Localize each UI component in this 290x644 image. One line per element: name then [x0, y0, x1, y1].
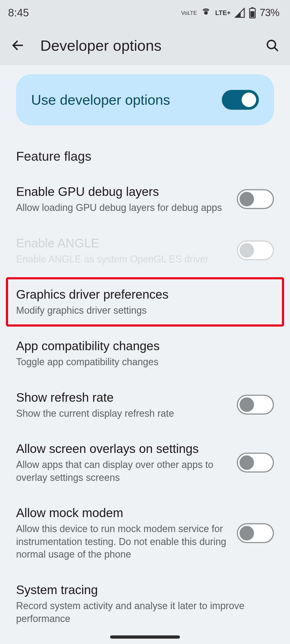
row-title: Allow screen overlays on settings — [16, 441, 229, 456]
row-subtitle: Record system activity and analyse it la… — [16, 599, 274, 625]
section-feature-flags: Feature flags — [0, 136, 290, 173]
row-title: Show refresh rate — [16, 390, 229, 405]
lte-icon: LTE+ — [215, 9, 231, 17]
svg-point-0 — [205, 12, 207, 14]
toggle-refresh-rate[interactable] — [237, 395, 274, 415]
toggle-screen-overlays[interactable] — [237, 453, 274, 473]
master-toggle-label: Use developer options — [31, 92, 170, 108]
page-title: Developer options — [40, 37, 250, 54]
status-time: 8:45 — [8, 7, 29, 19]
app-bar: Developer options — [0, 25, 290, 65]
row-title: System tracing — [16, 582, 274, 597]
row-gpu-debug-layers[interactable]: Enable GPU debug layers Allow loading GP… — [0, 173, 290, 225]
row-subtitle: Allow this device to run mock modem serv… — [16, 522, 229, 561]
row-title: Allow mock modem — [16, 505, 229, 520]
search-icon — [265, 38, 279, 52]
row-title: Graphics driver preferences — [16, 287, 274, 302]
row-app-compatibility[interactable]: App compatibility changes Toggle app com… — [0, 328, 290, 379]
volte-icon: VoLTE — [181, 10, 197, 15]
toggle-angle — [237, 240, 274, 260]
row-enable-angle: Enable ANGLE Enable ANGLE as system Open… — [0, 225, 290, 276]
row-subtitle: Toggle app compatibility changes — [16, 356, 274, 368]
row-show-refresh-rate[interactable]: Show refresh rate Show the current displ… — [0, 379, 290, 431]
status-right: VoLTE LTE+ 73% — [181, 7, 279, 19]
search-button[interactable] — [263, 36, 282, 55]
toggle-gpu-debug[interactable] — [237, 189, 274, 209]
row-subtitle: Allow loading GPU debug layers for debug… — [16, 201, 229, 214]
row-subtitle: Modify graphics driver settings — [16, 304, 274, 317]
hotspot-icon — [201, 8, 211, 18]
row-graphics-driver-preferences[interactable]: Graphics driver preferences Modify graph… — [6, 277, 284, 327]
signal-icon — [234, 8, 245, 18]
content: Use developer options Feature flags Enab… — [0, 65, 290, 636]
row-subtitle: Show the current display refresh rate — [16, 407, 229, 420]
battery-icon — [249, 7, 256, 19]
row-screen-overlays[interactable]: Allow screen overlays on settings Allow … — [0, 430, 290, 495]
svg-rect-3 — [251, 11, 255, 17]
arrow-left-icon — [11, 38, 25, 52]
row-system-tracing[interactable]: System tracing Record system activity an… — [0, 572, 290, 636]
toggle-mock-modem[interactable] — [237, 523, 274, 543]
row-subtitle: Allow apps that can display over other a… — [16, 458, 229, 484]
row-title: Enable ANGLE — [16, 236, 229, 251]
master-toggle-switch[interactable] — [222, 90, 259, 110]
gesture-nav-bar[interactable] — [110, 635, 180, 639]
row-subtitle: Enable ANGLE as system OpenGL ES driver — [16, 253, 229, 266]
master-toggle-card[interactable]: Use developer options — [16, 74, 274, 125]
status-bar: 8:45 VoLTE LTE+ 73% — [0, 0, 290, 25]
row-title: App compatibility changes — [16, 338, 274, 353]
row-title: Enable GPU debug layers — [16, 184, 229, 199]
row-mock-modem[interactable]: Allow mock modem Allow this device to ru… — [0, 495, 290, 572]
battery-percent: 73% — [260, 7, 279, 19]
back-button[interactable] — [8, 36, 27, 55]
